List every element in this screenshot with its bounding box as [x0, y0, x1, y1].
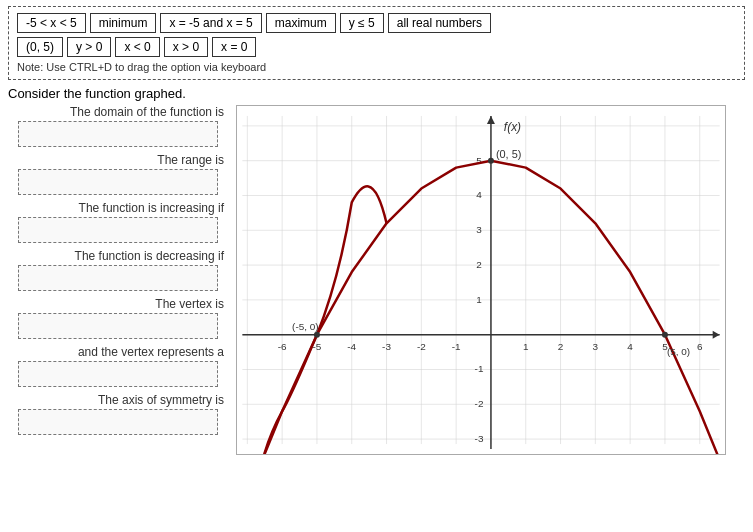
- vertex-label: The vertex is: [8, 297, 228, 311]
- range-label: The range is: [8, 153, 228, 167]
- option-all-real[interactable]: all real numbers: [388, 13, 491, 33]
- domain-label: The domain of the function is: [8, 105, 228, 119]
- option-minimum[interactable]: minimum: [90, 13, 157, 33]
- option-x-gt-0[interactable]: x > 0: [164, 37, 208, 57]
- svg-text:6: 6: [697, 341, 703, 352]
- range-answer-box[interactable]: [18, 169, 218, 195]
- answer-options-section: -5 < x < 5 minimum x = -5 and x = 5 maxi…: [8, 6, 745, 80]
- svg-text:-3: -3: [382, 341, 391, 352]
- svg-text:3: 3: [476, 224, 482, 235]
- svg-text:-1: -1: [475, 363, 484, 374]
- question-increasing: The function is increasing if: [8, 201, 228, 243]
- option-0-5[interactable]: (0, 5): [17, 37, 63, 57]
- vertex-type-answer-box[interactable]: [18, 361, 218, 387]
- option-range[interactable]: -5 < x < 5: [17, 13, 86, 33]
- svg-text:3: 3: [593, 341, 599, 352]
- question-vertex: The vertex is: [8, 297, 228, 339]
- svg-text:-1: -1: [452, 341, 461, 352]
- option-x-equals[interactable]: x = -5 and x = 5: [160, 13, 261, 33]
- svg-text:(-5, 0): (-5, 0): [292, 321, 319, 332]
- decreasing-answer-box[interactable]: [18, 265, 218, 291]
- question-decreasing: The function is decreasing if: [8, 249, 228, 291]
- option-maximum[interactable]: maximum: [266, 13, 336, 33]
- svg-text:-4: -4: [347, 341, 356, 352]
- option-x-lt-0[interactable]: x < 0: [115, 37, 159, 57]
- svg-text:-3: -3: [475, 433, 484, 444]
- graph-container: -6 -5 -4 -3 -2 -1 1 2 3 4 5 6 1 2 3 4: [236, 105, 726, 455]
- svg-text:-6: -6: [278, 341, 287, 352]
- main-content: The domain of the function is The range …: [8, 105, 745, 455]
- note-text: Note: Use CTRL+D to drag the option via …: [17, 61, 736, 73]
- graph-panel: -6 -5 -4 -3 -2 -1 1 2 3 4 5 6 1 2 3 4: [236, 105, 745, 455]
- vertex-answer-box[interactable]: [18, 313, 218, 339]
- axis-label: The axis of symmetry is: [8, 393, 228, 407]
- svg-point-54: [314, 332, 320, 338]
- svg-text:2: 2: [558, 341, 564, 352]
- svg-text:(0, 5): (0, 5): [496, 148, 522, 160]
- increasing-label: The function is increasing if: [8, 201, 228, 215]
- svg-text:4: 4: [476, 189, 482, 200]
- option-x-eq-0[interactable]: x = 0: [212, 37, 256, 57]
- svg-text:f(x): f(x): [504, 120, 521, 134]
- left-panel: The domain of the function is The range …: [8, 105, 228, 455]
- option-y-gt-0[interactable]: y > 0: [67, 37, 111, 57]
- answer-row-1: -5 < x < 5 minimum x = -5 and x = 5 maxi…: [17, 13, 736, 33]
- svg-text:-2: -2: [475, 398, 484, 409]
- question-domain: The domain of the function is: [8, 105, 228, 147]
- graph-svg: -6 -5 -4 -3 -2 -1 1 2 3 4 5 6 1 2 3 4: [237, 106, 725, 454]
- svg-text:(5, 0): (5, 0): [667, 346, 690, 357]
- svg-point-53: [488, 158, 494, 164]
- svg-text:4: 4: [627, 341, 633, 352]
- increasing-answer-box[interactable]: [18, 217, 218, 243]
- svg-point-55: [662, 332, 668, 338]
- question-axis: The axis of symmetry is: [8, 393, 228, 435]
- question-range: The range is: [8, 153, 228, 195]
- question-vertex-type: and the vertex represents a: [8, 345, 228, 387]
- decreasing-label: The function is decreasing if: [8, 249, 228, 263]
- svg-text:1: 1: [523, 341, 529, 352]
- svg-text:-2: -2: [417, 341, 426, 352]
- svg-text:2: 2: [476, 259, 482, 270]
- vertex-type-label: and the vertex represents a: [8, 345, 228, 359]
- answer-row-2: (0, 5) y > 0 x < 0 x > 0 x = 0: [17, 37, 736, 57]
- svg-text:1: 1: [476, 294, 482, 305]
- axis-answer-box[interactable]: [18, 409, 218, 435]
- consider-text: Consider the function graphed.: [8, 86, 745, 101]
- option-y-leq[interactable]: y ≤ 5: [340, 13, 384, 33]
- domain-answer-box[interactable]: [18, 121, 218, 147]
